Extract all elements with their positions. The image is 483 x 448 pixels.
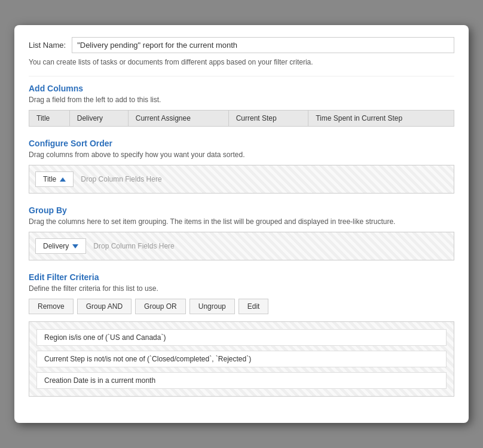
- sort-drop-hint: Drop Column Fields Here: [81, 175, 161, 183]
- group-or-button[interactable]: Group OR: [135, 299, 186, 314]
- remove-button[interactable]: Remove: [29, 299, 74, 314]
- list-name-input[interactable]: [72, 37, 454, 53]
- filter-criteria-desc: Define the filter criteria for this list…: [29, 284, 454, 293]
- sort-chip-label: Title: [43, 175, 56, 183]
- group-chip-label: Delivery: [43, 242, 69, 250]
- edit-button[interactable]: Edit: [239, 299, 269, 314]
- filter-criteria-box: Region is/is one of (`US and Canada`) Cu…: [29, 321, 454, 397]
- col-delivery[interactable]: Delivery: [69, 111, 128, 127]
- criteria-item-3[interactable]: Creation Date is in a current month: [36, 372, 447, 389]
- group-and-button[interactable]: Group AND: [77, 299, 132, 314]
- col-time-spent[interactable]: Time Spent in Current Step: [308, 111, 454, 127]
- sort-drop-area[interactable]: Title Drop Column Fields Here: [29, 165, 454, 194]
- group-by-title: Group By: [29, 205, 454, 215]
- sort-order-title: Configure Sort Order: [29, 139, 454, 148]
- sort-order-desc: Drag columns from above to specify how y…: [29, 151, 454, 159]
- main-panel: List Name: You can create lists of tasks…: [14, 25, 469, 423]
- columns-table: Title Delivery Current Assignee Current …: [29, 110, 454, 127]
- sort-chip-title[interactable]: Title: [35, 171, 74, 187]
- group-chip-delivery[interactable]: Delivery: [35, 238, 86, 254]
- filter-criteria-title: Edit Filter Criteria: [29, 272, 454, 282]
- list-name-row: List Name:: [29, 37, 454, 53]
- add-columns-title: Add Columns: [29, 84, 454, 93]
- filter-criteria-section: Edit Filter Criteria Define the filter c…: [29, 272, 454, 397]
- col-step[interactable]: Current Step: [228, 111, 308, 127]
- criteria-item-1[interactable]: Region is/is one of (`US and Canada`): [36, 329, 447, 346]
- divider-1: [29, 76, 454, 76]
- criteria-item-2[interactable]: Current Step is not/is not one of (`Clos…: [36, 351, 447, 367]
- ungroup-button[interactable]: Ungroup: [189, 299, 235, 314]
- add-columns-section: Add Columns Drag a field from the left t…: [29, 84, 454, 127]
- group-sort-icon: [72, 244, 78, 248]
- list-name-label: List Name:: [29, 41, 66, 50]
- group-by-section: Group By Drag the columns here to set it…: [29, 205, 454, 260]
- columns-header-row: Title Delivery Current Assignee Current …: [29, 111, 454, 127]
- col-title[interactable]: Title: [29, 111, 70, 127]
- group-by-desc: Drag the columns here to set item groupi…: [29, 217, 454, 226]
- col-assignee[interactable]: Current Assignee: [128, 111, 228, 127]
- sort-order-section: Configure Sort Order Drag columns from a…: [29, 139, 454, 194]
- group-drop-area[interactable]: Delivery Drop Column Fields Here: [29, 232, 454, 260]
- subtitle: You can create lists of tasks or documen…: [29, 58, 454, 66]
- sort-asc-icon: [60, 177, 66, 182]
- add-columns-desc: Drag a field from the left to add to thi…: [29, 96, 454, 104]
- group-drop-hint: Drop Column Fields Here: [93, 242, 174, 250]
- filter-buttons-row: Remove Group AND Group OR Ungroup Edit: [29, 299, 454, 314]
